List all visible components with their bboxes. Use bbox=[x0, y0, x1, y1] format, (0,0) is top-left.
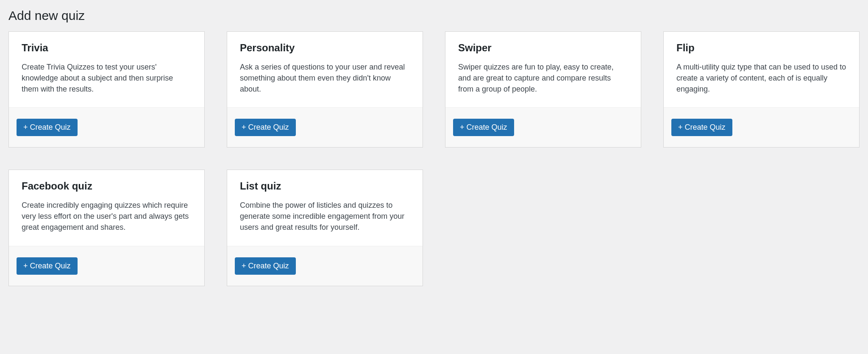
card-description: Create incredibly engaging quizzes which… bbox=[22, 200, 192, 233]
card-description: A multi-utility quiz type that can be us… bbox=[676, 61, 846, 95]
create-quiz-button[interactable]: + Create Quiz bbox=[235, 257, 296, 275]
card-body: List quiz Combine the power of listicles… bbox=[227, 170, 423, 245]
card-description: Ask a series of questions to your user a… bbox=[240, 61, 410, 95]
quiz-type-grid: Trivia Create Trivia Quizzes to test you… bbox=[8, 31, 860, 286]
card-description: Create Trivia Quizzes to test your users… bbox=[22, 61, 192, 95]
card-title: List quiz bbox=[240, 180, 410, 192]
page-title: Add new quiz bbox=[8, 8, 860, 23]
card-footer: + Create Quiz bbox=[445, 107, 641, 147]
card-title: Facebook quiz bbox=[22, 180, 192, 192]
card-footer: + Create Quiz bbox=[9, 246, 204, 286]
card-title: Swiper bbox=[458, 42, 628, 54]
create-quiz-button[interactable]: + Create Quiz bbox=[17, 119, 78, 136]
quiz-card-flip: Flip A multi-utility quiz type that can … bbox=[663, 31, 860, 148]
card-description: Swiper quizzes are fun to play, easy to … bbox=[458, 61, 628, 95]
quiz-card-trivia: Trivia Create Trivia Quizzes to test you… bbox=[8, 31, 205, 148]
create-quiz-button[interactable]: + Create Quiz bbox=[453, 119, 514, 136]
card-footer: + Create Quiz bbox=[664, 107, 859, 147]
card-footer: + Create Quiz bbox=[227, 246, 423, 286]
quiz-card-personality: Personality Ask a series of questions to… bbox=[227, 31, 423, 148]
card-footer: + Create Quiz bbox=[227, 107, 423, 147]
quiz-card-facebook: Facebook quiz Create incredibly engaging… bbox=[8, 170, 205, 286]
card-title: Trivia bbox=[22, 42, 192, 54]
card-footer: + Create Quiz bbox=[9, 107, 204, 147]
card-title: Flip bbox=[676, 42, 846, 54]
create-quiz-button[interactable]: + Create Quiz bbox=[235, 119, 296, 136]
create-quiz-button[interactable]: + Create Quiz bbox=[17, 257, 78, 275]
card-body: Facebook quiz Create incredibly engaging… bbox=[9, 170, 204, 245]
card-body: Swiper Swiper quizzes are fun to play, e… bbox=[445, 32, 641, 107]
card-description: Combine the power of listicles and quizz… bbox=[240, 200, 410, 233]
quiz-card-swiper: Swiper Swiper quizzes are fun to play, e… bbox=[445, 31, 641, 148]
card-title: Personality bbox=[240, 42, 410, 54]
create-quiz-button[interactable]: + Create Quiz bbox=[671, 119, 732, 136]
card-body: Trivia Create Trivia Quizzes to test you… bbox=[9, 32, 204, 107]
card-body: Personality Ask a series of questions to… bbox=[227, 32, 423, 107]
card-body: Flip A multi-utility quiz type that can … bbox=[664, 32, 859, 107]
quiz-card-list: List quiz Combine the power of listicles… bbox=[227, 170, 423, 286]
